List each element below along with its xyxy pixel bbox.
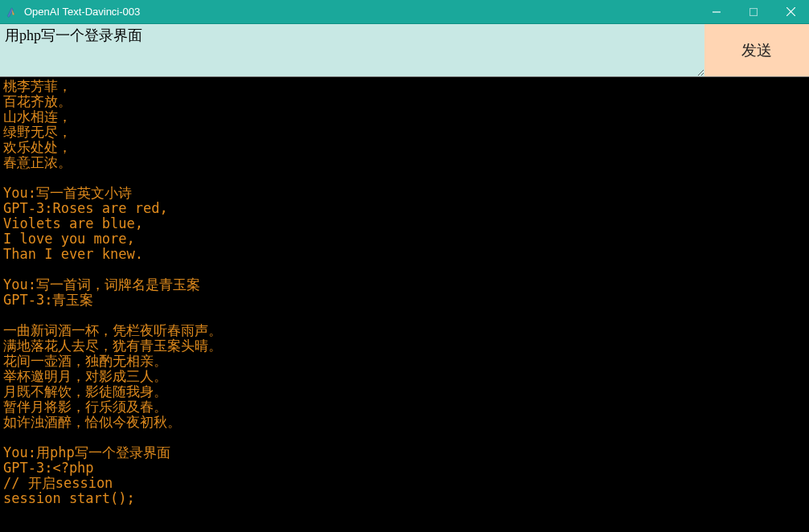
- svg-rect-1: [750, 8, 758, 15]
- window-title: OpenAI Text-Davinci-003: [24, 6, 698, 18]
- close-button[interactable]: [772, 0, 809, 23]
- window-controls: [698, 0, 809, 23]
- app-icon: [5, 6, 18, 18]
- input-row: 发送: [0, 24, 809, 77]
- send-button[interactable]: 发送: [704, 24, 809, 76]
- conversation-output: 桃李芳菲， 百花齐放。 山水相连， 绿野无尽， 欢乐处处， 春意正浓。 You:…: [0, 77, 809, 532]
- minimize-button[interactable]: [698, 0, 735, 23]
- prompt-input[interactable]: [0, 24, 704, 76]
- window-titlebar: OpenAI Text-Davinci-003: [0, 0, 809, 24]
- maximize-button[interactable]: [735, 0, 772, 23]
